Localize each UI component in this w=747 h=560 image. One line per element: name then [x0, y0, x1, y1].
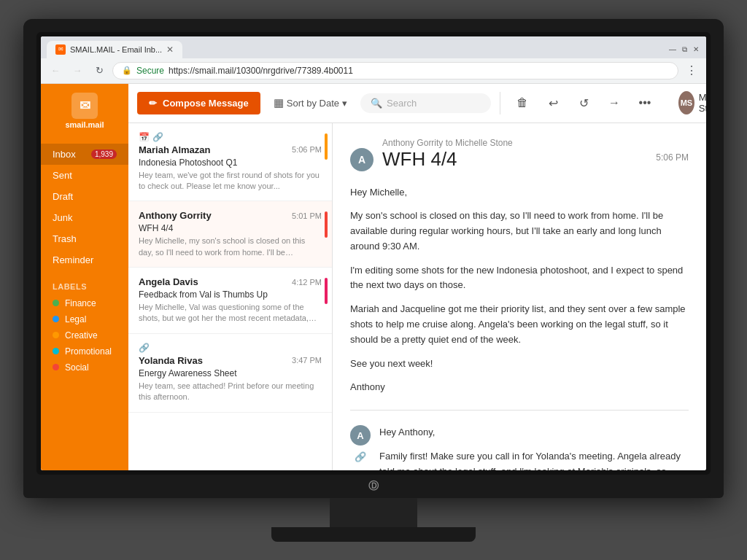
- sort-label: Sort by Date: [287, 98, 339, 109]
- sidebar-nav: Inbox 1,939 Sent Draft Junk: [41, 138, 128, 276]
- compose-button[interactable]: ✏ Compose Message: [137, 92, 260, 114]
- screen-border: ✉ SMAIL.MAIL - Email Inb... ✕ — ⧉ ✕: [36, 32, 711, 475]
- trash-label: Trash: [53, 233, 77, 244]
- email-time: 4:12 PM: [292, 278, 322, 287]
- compose-icon: ✏: [149, 98, 157, 109]
- label-creative[interactable]: Creative: [53, 327, 117, 343]
- close-window-button[interactable]: ✕: [692, 45, 700, 54]
- draft-label: Draft: [53, 191, 73, 202]
- logo-text: smail.mail: [65, 120, 104, 129]
- tab-title: SMAIL.MAIL - Email Inb...: [70, 45, 162, 54]
- sidebar-item-sent[interactable]: Sent: [41, 165, 128, 186]
- reading-actions: 🗑 ↩ ↺ → •••: [512, 93, 655, 113]
- bottom-bezel: Ⓓ: [36, 475, 711, 498]
- email-header: Yolanda Rivas 3:47 PM: [139, 355, 322, 366]
- finance-label: Finance: [65, 298, 96, 308]
- email-paragraph3: Mariah and Jacqueline got me their prior…: [350, 302, 689, 347]
- back-button[interactable]: ←: [47, 62, 64, 79]
- delete-button[interactable]: 🗑: [512, 93, 533, 113]
- email-list-panel: 📅 🔗 Mariah Almazan 5:06 PM Indonesia Pho…: [128, 123, 333, 470]
- screen: ✉ SMAIL.MAIL - Email Inb... ✕ — ⧉ ✕: [41, 36, 706, 470]
- email-paragraph1: My son's school is closed on this day, s…: [350, 209, 689, 254]
- avatar: MS: [678, 91, 694, 114]
- email-sender: Yolanda Rivas: [139, 355, 203, 366]
- browser-tab[interactable]: ✉ SMAIL.MAIL - Email Inb... ✕: [47, 41, 182, 58]
- email-sender: Angela Davis: [139, 276, 198, 287]
- sidebar-labels: Labels Finance Legal Creat: [41, 276, 128, 381]
- window-controls: — ⧉ ✕: [668, 45, 700, 54]
- reading-toolbar: 🗑 ↩ ↺ → ••• MS: [500, 84, 706, 123]
- app-container: ✉ smail.mail Inbox 1,939 Sent: [41, 84, 706, 470]
- email-item[interactable]: Anthony Gorrity 5:01 PM WFH 4/4 Hey Mich…: [128, 201, 332, 268]
- email-header: Anthony Gorrity 5:01 PM: [139, 210, 322, 221]
- email-preview: Hey team, see attached! Print before our…: [139, 381, 322, 403]
- secure-label: Secure: [136, 66, 164, 76]
- sort-button[interactable]: ▦ Sort by Date ▾: [268, 92, 353, 114]
- restore-button[interactable]: ⧉: [680, 45, 689, 54]
- label-promotional[interactable]: Promotional: [53, 343, 117, 359]
- email-from-to: Anthony Gorrity to Michelle Stone: [382, 138, 689, 148]
- browser-menu-button[interactable]: ⋮: [683, 62, 700, 79]
- email-indicator: [325, 133, 328, 160]
- sort-arrow-icon: ▾: [342, 98, 347, 109]
- user-profile-button[interactable]: MS Michelle Stone ▾: [678, 91, 706, 114]
- sender-avatar: A: [350, 148, 374, 171]
- social-label: Social: [65, 362, 89, 373]
- hp-logo: Ⓓ: [368, 480, 379, 493]
- forward-button[interactable]: →: [69, 62, 86, 79]
- reminder-label: Reminder: [53, 254, 93, 265]
- email-item[interactable]: 🔗 Yolanda Rivas 3:47 PM Energy Awareness…: [128, 334, 332, 413]
- finance-dot: [53, 300, 59, 306]
- main-content: 📅 🔗 Mariah Almazan 5:06 PM Indonesia Pho…: [128, 123, 706, 470]
- search-box[interactable]: 🔍 Search: [360, 93, 491, 113]
- reload-button[interactable]: ↻: [90, 62, 108, 79]
- inbox-label: Inbox: [53, 149, 76, 160]
- sidebar-item-trash[interactable]: Trash: [41, 228, 128, 249]
- stand-neck: [330, 498, 417, 527]
- label-finance[interactable]: Finance: [53, 295, 117, 311]
- reply-button[interactable]: ↩: [543, 93, 563, 113]
- junk-label: Junk: [53, 212, 72, 223]
- email-preview: Hey Michelle, my son's school is closed …: [139, 236, 322, 258]
- email-greeting: Hey Michelle,: [350, 185, 689, 201]
- email-sender: Mariah Almazan: [139, 144, 211, 155]
- email-paragraph2: I'm editing some shots for the new Indon…: [350, 263, 689, 294]
- sidebar-item-reminder[interactable]: Reminder: [41, 249, 128, 271]
- reading-time: 5:06 PM: [656, 152, 689, 163]
- address-bar[interactable]: 🔒 Secure https://smail.mail/10300/nrgdri…: [112, 62, 678, 79]
- email-item[interactable]: Angela Davis 4:12 PM Feedback from Val i…: [128, 268, 332, 334]
- email-time: 3:47 PM: [292, 356, 322, 365]
- email-header: Angela Davis 4:12 PM: [139, 276, 322, 287]
- email-preview: Hey Michelle, Val was questioning some o…: [139, 302, 322, 324]
- reply-section: A 🔗 Hey Anthony, Family first! Make sure…: [350, 425, 689, 470]
- reply-initial: A: [357, 430, 363, 441]
- reading-pane: A Anthony Gorrity to Michelle Stone WFH …: [333, 123, 706, 470]
- email-item-icons: 🔗: [139, 343, 322, 353]
- label-legal[interactable]: Legal: [53, 311, 117, 327]
- inbox-badge: 1,939: [91, 149, 117, 159]
- minimize-button[interactable]: —: [668, 45, 677, 54]
- email-subject: Energy Awareness Sheet: [139, 368, 322, 378]
- reply-paragraph: Family first! Make sure you call in for …: [379, 449, 689, 470]
- forward-button[interactable]: →: [604, 93, 624, 113]
- legal-dot: [53, 316, 59, 322]
- browser-toolbar: ← → ↻ 🔒 Secure https://smail.mail/10300/…: [41, 58, 706, 83]
- email-divider: [350, 410, 689, 411]
- calendar-icon: 📅: [139, 132, 150, 142]
- email-time: 5:06 PM: [292, 145, 322, 154]
- reply-all-button[interactable]: ↺: [573, 93, 594, 113]
- more-actions-button[interactable]: •••: [635, 93, 655, 113]
- email-subject: Indonesia Photoshoot Q1: [139, 158, 322, 168]
- label-social[interactable]: Social: [53, 359, 117, 376]
- sort-grid-icon: ▦: [274, 96, 284, 109]
- sidebar-item-inbox[interactable]: Inbox 1,939: [41, 144, 128, 165]
- reply-attach-icon: 🔗: [355, 451, 366, 462]
- reading-subject: WFH 4/4: [382, 148, 457, 171]
- email-item[interactable]: 📅 🔗 Mariah Almazan 5:06 PM Indonesia Pho…: [128, 123, 332, 202]
- sidebar-item-junk[interactable]: Junk: [41, 207, 128, 228]
- email-subject: Feedback from Val is Thumbs Up: [139, 289, 322, 300]
- tab-close-button[interactable]: ✕: [166, 44, 174, 55]
- sent-label: Sent: [53, 170, 72, 181]
- sidebar-item-draft[interactable]: Draft: [41, 186, 128, 207]
- promotional-dot: [53, 348, 59, 354]
